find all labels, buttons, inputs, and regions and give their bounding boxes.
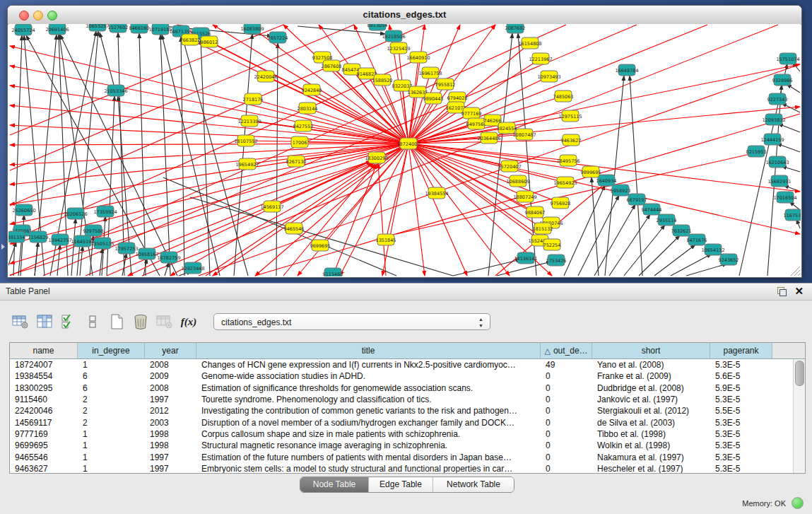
graph-node[interactable]: 1640934 xyxy=(596,175,617,186)
table-row[interactable]: 2242004622012Investigating the contribut… xyxy=(10,405,805,416)
graph-node[interactable]: 20364486 xyxy=(477,132,500,144)
graph-node[interactable]: 16648784 xyxy=(615,64,638,76)
graph-node[interactable]: 14136141 xyxy=(514,252,537,264)
graph-node[interactable]: 1351845 xyxy=(376,234,396,245)
graph-node[interactable]: 25260650 xyxy=(12,204,35,216)
import-table-icon[interactable] xyxy=(154,312,175,332)
table-row[interactable]: 911546021997Tourette syndrome. Phenomeno… xyxy=(10,394,805,405)
new-table-icon[interactable] xyxy=(106,312,127,332)
row-selection-icon[interactable] xyxy=(58,312,79,332)
float-panel-icon[interactable] xyxy=(777,287,787,296)
graph-node[interactable]: 9297588 xyxy=(83,225,104,236)
graph-node[interactable]: 17016504 xyxy=(773,192,796,203)
graph-node[interactable]: 1167531 xyxy=(784,209,801,221)
graph-node[interactable]: 12325419 xyxy=(387,42,410,54)
graph-node[interactable]: 17006 xyxy=(291,136,308,148)
graph-node[interactable]: 12213399 xyxy=(237,115,261,127)
table-row[interactable]: 1830029562008Estimation of significance … xyxy=(10,382,805,394)
table-row[interactable]: 977716911998Corpus callosum shape and si… xyxy=(10,428,805,440)
graph-node[interactable]: 18107552 xyxy=(234,135,257,146)
table-row[interactable]: 1938455462009Genome-wide association stu… xyxy=(10,370,805,382)
graph-node[interactable]: 9242848 xyxy=(302,84,322,95)
graph-node[interactable]: 9756928 xyxy=(551,197,571,209)
graph-node[interactable]: 7955812 xyxy=(435,78,456,90)
graph-node[interactable]: 9329966 xyxy=(772,74,793,86)
window-resize-grip[interactable] xyxy=(791,267,800,276)
graph-node[interactable]: 1753426 xyxy=(546,255,567,266)
graph-node[interactable]: 17359924 xyxy=(93,206,117,217)
graph-node[interactable]: 9243652 xyxy=(719,254,739,265)
graph-node[interactable]: 9899695 xyxy=(581,166,601,177)
graph-node[interactable]: 12975115 xyxy=(558,110,582,122)
graph-node[interactable]: 12213967 xyxy=(529,53,552,64)
table-selector-dropdown[interactable]: citations_edges.txt ▲▼ xyxy=(213,313,490,330)
graph-node[interactable]: 9115460 xyxy=(323,268,343,276)
column-header-title[interactable]: title xyxy=(196,343,541,358)
graph-node[interactable]: 15751074 xyxy=(776,53,799,64)
column-visibility-icon[interactable] xyxy=(34,312,55,332)
vertical-scrollbar[interactable] xyxy=(793,359,805,474)
graph-node[interactable]: 13505135 xyxy=(90,238,114,249)
graph-node[interactable]: 986012 xyxy=(201,36,218,47)
graph-node[interactable]: 19384554 xyxy=(425,187,448,199)
column-header-name[interactable]: name xyxy=(10,343,78,358)
graph-node[interactable]: 9227343 xyxy=(767,93,788,105)
graph-node[interactable]: 10807487 xyxy=(512,129,536,140)
graph-node[interactable]: 19654927 xyxy=(235,158,259,170)
graph-node[interactable]: 18300295 xyxy=(365,152,388,163)
tab-network-table[interactable]: Network Table xyxy=(433,477,514,492)
graph-node[interactable]: 1588520 xyxy=(372,74,393,86)
close-panel-icon[interactable]: ✕ xyxy=(794,285,804,298)
graph-node[interactable]: 12093832 xyxy=(762,114,785,125)
graph-node[interactable]: 15720407 xyxy=(498,160,521,172)
graph-node[interactable]: 19218506 xyxy=(382,30,405,42)
graph-node[interactable]: 9465546 xyxy=(284,223,305,234)
graph-node[interactable]: 2935114 xyxy=(657,214,677,226)
graph-node[interactable]: 16083809 xyxy=(240,24,264,34)
network-window-titlebar[interactable]: citations_edges.txt xyxy=(8,6,801,25)
graph-node[interactable]: 18807249 xyxy=(513,191,536,202)
graph-node[interactable]: 8813054 xyxy=(367,24,388,30)
graph-node[interactable]: 6679197 xyxy=(627,194,647,205)
graph-node[interactable]: 20206526 xyxy=(64,208,87,219)
graph-node[interactable]: 8267130 xyxy=(286,156,307,167)
table-row[interactable]: 946362711997Embryonic stem cells: a mode… xyxy=(10,463,805,474)
graph-node[interactable]: 19654923 xyxy=(553,177,577,188)
graph-node[interactable]: 22420046 xyxy=(254,71,277,82)
graph-node[interactable]: 5958923 xyxy=(611,185,631,196)
graph-node[interactable]: 8215953 xyxy=(746,146,767,157)
table-row[interactable]: 946554611997Estimation of the future num… xyxy=(10,451,805,462)
graph-node[interactable]: 9884067 xyxy=(525,206,546,218)
table-row[interactable]: 1456911722003Disruption of a novel membe… xyxy=(10,416,805,428)
graph-node[interactable]: 21053346 xyxy=(104,85,127,96)
scrollbar-thumb[interactable] xyxy=(795,361,804,386)
graph-node[interactable]: 2867608 xyxy=(322,60,342,71)
graph-node[interactable]: 10958167 xyxy=(135,248,158,259)
graph-node[interactable]: 9699695 xyxy=(310,240,331,251)
panel-collapse-handle[interactable] xyxy=(1,244,5,250)
graph-node[interactable]: 9777169 xyxy=(461,107,482,119)
graph-node[interactable]: 12444159 xyxy=(760,134,784,145)
graph-node[interactable]: 7485063 xyxy=(553,90,574,102)
column-header-short[interactable]: short xyxy=(592,343,710,358)
graph-node[interactable]: 7857224 xyxy=(268,32,288,43)
delete-table-icon[interactable] xyxy=(130,312,151,332)
network-canvas[interactable]: 2405572420691406106532571527602846616010… xyxy=(8,24,801,276)
graph-node[interactable]: 8427552 xyxy=(293,120,314,132)
graph-node[interactable]: 1156829 xyxy=(28,231,49,243)
graph-node[interactable]: 2087682 xyxy=(505,24,526,33)
graph-node[interactable]: 14569117 xyxy=(260,201,283,212)
row-height-icon[interactable] xyxy=(82,312,103,332)
graph-node[interactable]: 752254 xyxy=(543,239,561,250)
column-header-pagerank[interactable]: pagerank xyxy=(710,343,772,358)
graph-node[interactable]: 391334 xyxy=(8,231,25,243)
tab-node-table[interactable]: Node Table xyxy=(300,477,369,492)
graph-node[interactable]: 8471676 xyxy=(687,234,707,245)
memory-status-indicator[interactable] xyxy=(792,497,804,509)
graph-node[interactable]: 1527602 xyxy=(108,24,129,33)
graph-node[interactable]: 10654112 xyxy=(701,244,724,255)
graph-node[interactable]: 13942757 xyxy=(48,234,71,245)
graph-node[interactable]: 10688609 xyxy=(506,175,529,187)
table-row[interactable]: 1872400712008Changes of HCN gene express… xyxy=(10,359,805,370)
graph-node[interactable]: 8466160 xyxy=(129,24,150,33)
